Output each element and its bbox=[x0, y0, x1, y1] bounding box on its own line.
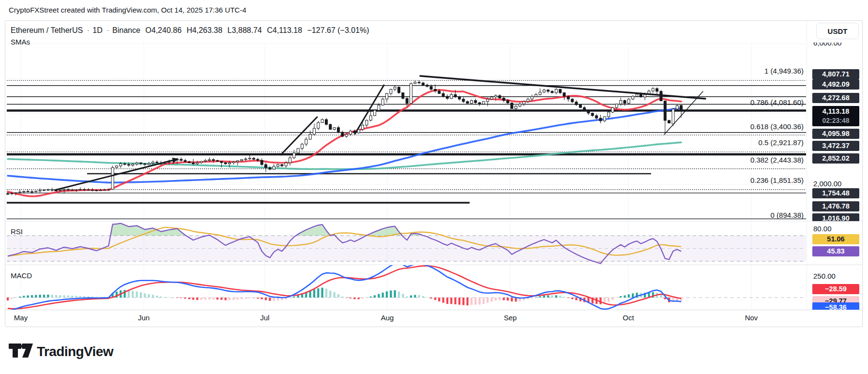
interval-label[interactable]: 1D bbox=[92, 26, 102, 34]
exchange-label[interactable]: Binance bbox=[112, 26, 140, 34]
symbol-title-row: Ethereum / TetherUS · 1D · Binance O4,24… bbox=[11, 26, 372, 35]
ohlc-open: O4,240.86 bbox=[145, 26, 182, 34]
bar-countdown: 02:23:48 bbox=[812, 116, 859, 125]
chart-plot-area[interactable] bbox=[0, 0, 868, 374]
value-badge: 51.06 bbox=[812, 234, 859, 244]
value-badge: 4,492.09 bbox=[812, 79, 859, 90]
macd-axis[interactable]: 250.00−28.59−29.77−58.36 bbox=[807, 265, 866, 310]
last-price-badge: 4,113.1802:23:48 bbox=[812, 106, 859, 126]
price-change: −127.67 (−3.01%) bbox=[307, 26, 369, 34]
tradingview-logo-icon bbox=[9, 344, 32, 359]
fib-level-label: 0.5 (2,921.87) bbox=[759, 138, 804, 147]
value-badge: 1,476.78 bbox=[812, 201, 859, 211]
symbol-name[interactable]: Ethereum / TetherUS bbox=[11, 26, 83, 34]
value-badge: −28.59 bbox=[812, 284, 859, 294]
month-label: Sep bbox=[504, 314, 517, 322]
tradingview-logo-text: TradingView bbox=[37, 344, 113, 359]
axis-label: 80.00 bbox=[813, 224, 862, 233]
fib-level-label: 0.786 (4,081.60) bbox=[750, 98, 804, 106]
value-badge: 4,807.71 bbox=[812, 69, 859, 79]
title-separator: · bbox=[87, 26, 90, 34]
screenshot-root: { "header": { "attribution": "CryptoFXSt… bbox=[0, 0, 868, 374]
currency-toggle-button[interactable]: USDT bbox=[816, 23, 859, 39]
price-axis[interactable]: 6,000.002,000.004,807.714,492.094,272.68… bbox=[807, 43, 866, 221]
ohlc-high: H4,263.38 bbox=[187, 26, 223, 34]
axis-label: 250.00 bbox=[813, 272, 862, 280]
month-label: May bbox=[14, 314, 28, 322]
month-label: Jul bbox=[260, 314, 269, 322]
month-label: Oct bbox=[623, 314, 634, 322]
ohlc-close: C4,113.18 bbox=[267, 26, 302, 34]
value-badge: 1,754.48 bbox=[812, 188, 859, 198]
axis-label: 2,000.00 bbox=[813, 180, 862, 188]
macd-pane-label[interactable]: MACD bbox=[11, 271, 32, 280]
value-badge: 2,852.02 bbox=[812, 153, 859, 164]
fib-level-label: 0.236 (1,851.35) bbox=[750, 176, 804, 184]
value-badge: −58.36 bbox=[812, 302, 859, 310]
month-label: Jun bbox=[138, 314, 150, 322]
rsi-pane-label[interactable]: RSI bbox=[11, 227, 23, 236]
tradingview-logo[interactable]: TradingView bbox=[9, 344, 113, 359]
ohlc-low: L3,888.74 bbox=[228, 26, 262, 34]
title-separator: · bbox=[107, 26, 109, 34]
value-badge: 1,016.90 bbox=[812, 213, 859, 222]
month-label: Nov bbox=[745, 314, 758, 322]
value-badge: 3,472.37 bbox=[812, 141, 859, 151]
rsi-axis[interactable]: 80.0051.0645.83 bbox=[807, 222, 866, 264]
value-badge: 4,095.98 bbox=[812, 129, 859, 139]
axis-label: 6,000.00 bbox=[813, 43, 862, 47]
fib-level-label: 0 (894.38) bbox=[771, 211, 804, 219]
value-badge: 4,272.68 bbox=[812, 93, 859, 103]
smas-indicator-label[interactable]: SMAs bbox=[11, 38, 30, 46]
fib-level-label: 1 (4,949.36) bbox=[764, 67, 804, 75]
fib-level-label: 0.618 (3,400.36) bbox=[750, 122, 804, 131]
value-badge: 45.83 bbox=[812, 246, 859, 256]
month-label: Aug bbox=[381, 314, 394, 322]
last-price-value: 4,113.18 bbox=[812, 107, 859, 116]
fib-level-label: 0.382 (2,443.38) bbox=[750, 156, 804, 164]
